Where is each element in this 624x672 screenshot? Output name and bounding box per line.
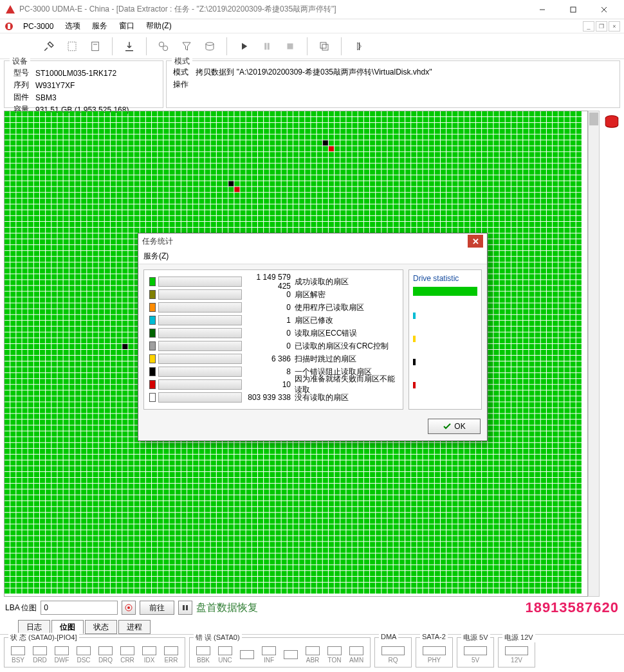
menu-window[interactable]: 窗口 [114,19,140,33]
tab-bitmap[interactable]: 位图 [51,620,84,634]
stat-row: 10 因为准备就绪失败而扇区不能读取 [149,378,398,391]
status-label: TON [328,657,342,664]
status-box [218,646,232,655]
toolbar-exit-icon[interactable] [348,36,369,57]
stat-row: 0 扇区解密 [149,288,398,301]
toolbar-search-icon[interactable] [153,36,174,57]
status-label: DWF [55,657,69,664]
stat-color-chip [149,329,156,338]
status-label: IDX [144,657,155,664]
stat-label: 使用程序已读取扇区 [295,302,398,313]
status-group: 电源 5V5V [457,637,494,667]
tab-log[interactable]: 日志 [18,620,50,634]
status-box [306,646,320,655]
status-box [55,646,69,655]
status-label: AMN [349,657,363,664]
status-box [381,646,405,655]
stat-row: 0 读取扇区ECC错误 [149,327,398,340]
svg-rect-24 [186,605,188,610]
device-legend: 设备 [10,56,30,67]
svg-rect-17 [320,42,326,48]
menu-options[interactable]: 选项 [60,19,86,33]
status-indicator: DWF [52,646,71,664]
svg-rect-8 [92,42,99,51]
mdi-close-button[interactable]: × [609,21,620,32]
tab-process[interactable]: 进程 [118,620,151,634]
status-group-legend: 状 态 (SATA0)-[PIO4] [8,633,79,642]
toolbar-stop-icon[interactable] [280,36,300,57]
status-indicator: BBK [194,646,213,664]
dialog-menu-services[interactable]: 服务(Z) [138,249,487,264]
control-row: LBA 位图 前往 盘首数据恢复 18913587620 [0,598,624,617]
stats-panel: 1 149 579 425 成功读取的扇区 0 扇区解密 0 使用程序已读取扇区… [143,269,403,410]
menu-app-label[interactable]: PC-3000 [18,21,59,32]
side-disk-icon[interactable] [602,112,621,131]
stat-label: 扇区解密 [295,289,398,300]
window-close-button[interactable] [589,0,619,19]
svg-marker-13 [242,42,247,50]
stat-bar [158,315,242,325]
window-maximize-button[interactable] [558,0,588,19]
menu-help[interactable]: 帮助(Z) [141,19,176,33]
window-minimize-button[interactable] [528,0,557,19]
tabs-row: 日志 位图 状态 进程 [13,617,624,634]
stat-color-chip [149,303,156,312]
check-icon [443,422,452,430]
status-label: ABR [306,657,320,664]
lba-input[interactable] [41,601,118,615]
drive-bar [413,336,416,342]
stat-color-chip [149,316,156,325]
stat-row: 803 939 338 没有读取的扇区 [149,391,398,404]
toolbar-copy-icon[interactable] [314,36,335,57]
stat-value: 803 939 338 [243,393,295,402]
device-info-panel: 设备 型号ST1000LM035-1RK172 序列W931Y7XF 固件SBM… [4,60,163,108]
stat-row: 0 已读取的扇区没有CRC控制 [149,340,398,352]
stat-value: 8 [243,367,295,376]
tab-status[interactable]: 状态 [85,620,117,634]
status-label: CRR [120,657,134,664]
stat-bar [158,354,242,364]
status-label: BBK [197,657,210,664]
status-indicator: ERR [161,646,181,664]
status-group-legend: 电源 5V [461,633,490,642]
status-group: 状 态 (SATA0)-[PIO4]BSYDRDDWFDSCDRQCRRIDXE… [4,637,185,667]
toolbar-disk-icon[interactable] [199,36,220,57]
status-box [327,646,342,655]
mdi-minimize-button[interactable]: _ [583,21,594,32]
stat-value: 0 [243,303,295,312]
svg-rect-18 [322,44,328,50]
goto-button[interactable]: 前往 [140,601,174,615]
stat-row: 0 使用程序已读取扇区 [149,301,398,314]
drive-bar [413,382,416,388]
status-box [11,646,25,655]
device-serial-label: 序列 [11,80,32,91]
menu-services[interactable]: 服务 [87,19,113,33]
status-box [98,646,113,655]
status-box [262,646,276,655]
status-label: PHY [428,657,441,664]
drive-bar [413,359,416,365]
toolbar-import-icon[interactable] [119,36,140,57]
status-box [240,650,254,659]
status-label: INF [264,657,274,664]
dialog-ok-button[interactable]: OK [428,419,481,434]
toolbar-script-icon[interactable] [62,36,82,57]
stat-color-chip [149,380,156,389]
svg-point-10 [159,42,164,47]
status-indicator: TON [325,646,344,664]
mdi-restore-button[interactable]: ❐ [596,21,607,32]
dialog-close-button[interactable]: ✕ [468,235,483,248]
drive-statistic-panel: Drive statistic [408,269,482,410]
sector-map-scrollbar[interactable] [588,111,600,597]
toolbar-pause-icon[interactable] [257,36,277,57]
toolbar-play-icon[interactable] [234,36,254,57]
toolbar-tools-icon[interactable] [39,36,59,57]
status-label: 5V [472,657,479,664]
device-model-label: 型号 [11,68,32,78]
pause-small-icon[interactable] [178,601,192,615]
menu-app-icon [4,21,14,32]
toolbar-calc-icon[interactable] [85,36,106,57]
toolbar-filter-icon[interactable] [176,36,197,57]
lba-target-icon[interactable] [122,601,136,615]
svg-point-12 [206,42,214,46]
